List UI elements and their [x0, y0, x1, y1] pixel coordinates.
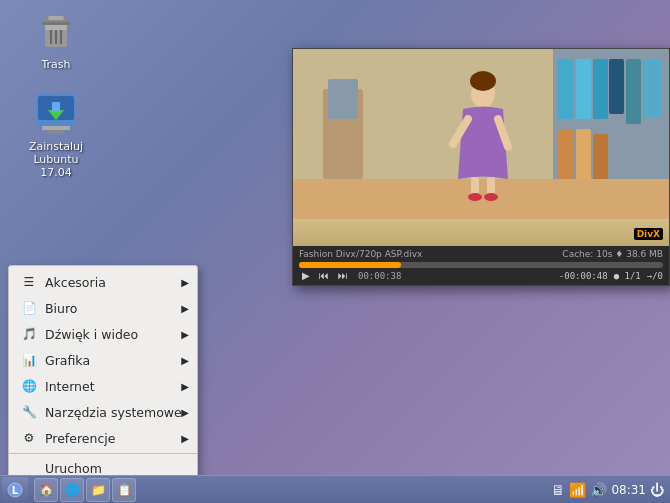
svg-rect-2 [42, 22, 70, 25]
taskbar-app-browser[interactable]: 🌐 [60, 478, 84, 502]
tray-volume-icon[interactable]: 🔊 [590, 482, 607, 498]
menu-label-akcesoria: Akcesoria [45, 275, 106, 290]
svg-rect-13 [42, 126, 70, 130]
player-title: Fashion Divx/720p ASP.divx [299, 249, 422, 259]
svg-point-36 [484, 193, 498, 201]
svg-rect-20 [609, 59, 624, 114]
tray-network-icon: 📶 [569, 482, 586, 498]
trash-label: Trash [41, 58, 70, 71]
internet-icon: 🌐 [21, 378, 37, 394]
menu-item-internet[interactable]: 🌐 Internet ▶ [9, 373, 197, 399]
trash-icon[interactable]: Trash [16, 8, 96, 71]
media-player-window: DivX Fashion Divx/720p ASP.divx Cache: 1… [292, 48, 670, 286]
dzwiek-icon: 🎵 [21, 326, 37, 342]
time-display: -00:00:48 ● 1/1 →/0 [559, 271, 663, 281]
player-buttons: ▶ ⏮ ⏭ 00:00:38 [299, 270, 401, 282]
audio-info: →/0 [647, 271, 663, 281]
svg-rect-18 [576, 59, 591, 119]
taskbar-tray: 🖥 📶 🔊 08:31 ⏻ [545, 482, 670, 498]
taskbar-time: 08:31 [611, 483, 646, 497]
player-title-bar: Fashion Divx/720p ASP.divx Cache: 10s ♦ … [299, 249, 663, 259]
svg-rect-29 [328, 79, 358, 119]
arrow-icon-narzedzia: ▶ [181, 407, 189, 418]
menu-label-internet: Internet [45, 379, 95, 394]
menu-item-akcesoria[interactable]: ☰ Akcesoria ▶ [9, 269, 197, 295]
play-button[interactable]: ▶ [299, 270, 313, 282]
svg-rect-17 [558, 59, 573, 119]
arrow-icon-internet: ▶ [181, 381, 189, 392]
video-scene: DivX [293, 49, 669, 246]
menu-label-uruchom: Uruchom [45, 461, 102, 476]
prev-button[interactable]: ⏮ [316, 270, 332, 282]
arrow-icon-preferencje: ▶ [181, 433, 189, 444]
arrow-icon-biuro: ▶ [181, 303, 189, 314]
svg-rect-8 [45, 25, 67, 30]
app-menu: ☰ Akcesoria ▶ 📄 Biuro ▶ 🎵 Dźwięk i wideo… [8, 265, 198, 503]
taskbar-apps: 🏠 🌐 📁 📋 [34, 478, 136, 502]
svg-rect-25 [593, 134, 608, 184]
menu-item-narzedzia[interactable]: 🔧 Narzędzia systemowe ▶ [9, 399, 197, 425]
menu-label-dzwiek: Dźwięk i wideo [45, 327, 138, 342]
svg-rect-12 [52, 102, 60, 112]
menu-label-preferencje: Preferencje [45, 431, 115, 446]
taskbar-app-files[interactable]: 📁 [86, 478, 110, 502]
taskbar-app-term[interactable]: 📋 [112, 478, 136, 502]
grafika-icon: 📊 [21, 352, 37, 368]
svg-point-35 [468, 193, 482, 201]
next-button[interactable]: ⏭ [335, 270, 351, 282]
player-video-area[interactable]: DivX [293, 49, 669, 246]
menu-label-grafika: Grafika [45, 353, 90, 368]
player-controls: Fashion Divx/720p ASP.divx Cache: 10s ♦ … [293, 246, 669, 285]
taskbar-app-home[interactable]: 🏠 [34, 478, 58, 502]
install-lubuntu-label: Zainstaluj Lubuntu 17.04 [16, 140, 96, 180]
arrow-icon: ▶ [181, 277, 189, 288]
trash-icon-image [32, 8, 80, 56]
menu-item-grafika[interactable]: 📊 Grafika ▶ [9, 347, 197, 373]
tray-power-icon[interactable]: ⏻ [650, 482, 664, 498]
svg-rect-19 [593, 59, 608, 119]
arrow-icon-grafika: ▶ [181, 355, 189, 366]
svg-rect-14 [48, 130, 64, 134]
menu-item-dzwiek[interactable]: 🎵 Dźwięk i wideo ▶ [9, 321, 197, 347]
svg-rect-1 [48, 16, 64, 20]
svg-rect-22 [643, 59, 661, 117]
svg-rect-21 [626, 59, 641, 124]
player-progress[interactable] [299, 262, 663, 268]
svg-point-37 [470, 71, 496, 91]
menu-item-preferencje[interactable]: ⚙ Preferencje ▶ [9, 425, 197, 451]
divx-logo: DivX [634, 228, 663, 240]
menu-label-narzedzia: Narzędzia systemowe [45, 405, 182, 420]
menu-item-biuro[interactable]: 📄 Biuro ▶ [9, 295, 197, 321]
svg-text:L: L [12, 485, 19, 496]
tray-display-icon: 🖥 [551, 482, 565, 498]
svg-rect-24 [576, 129, 591, 184]
taskbar: L 🏠 🌐 📁 📋 🖥 📶 🔊 08:31 ⏻ [0, 475, 670, 503]
start-icon: L [7, 482, 23, 498]
progress-bar[interactable] [299, 262, 663, 268]
time-remaining: -00:00:48 [559, 271, 608, 281]
akcesoria-icon: ☰ [21, 274, 37, 290]
biuro-icon: 📄 [21, 300, 37, 316]
track-info: ● 1/1 [614, 271, 641, 281]
arrow-icon-dzwiek: ▶ [181, 329, 189, 340]
menu-label-biuro: Biuro [45, 301, 77, 316]
install-lubuntu-icon[interactable]: Zainstaluj Lubuntu 17.04 [16, 90, 96, 180]
install-lubuntu-icon-image [32, 90, 80, 138]
svg-rect-23 [558, 129, 573, 184]
progress-bar-fill [299, 262, 401, 268]
narzedzia-icon: 🔧 [21, 404, 37, 420]
progress-time: 00:00:38 [358, 271, 401, 281]
menu-separator [9, 453, 197, 454]
preferencje-icon: ⚙ [21, 430, 37, 446]
player-cache-info: Cache: 10s ♦ 38.6 MB [562, 249, 663, 259]
taskbar-start-button[interactable]: L [2, 477, 28, 503]
